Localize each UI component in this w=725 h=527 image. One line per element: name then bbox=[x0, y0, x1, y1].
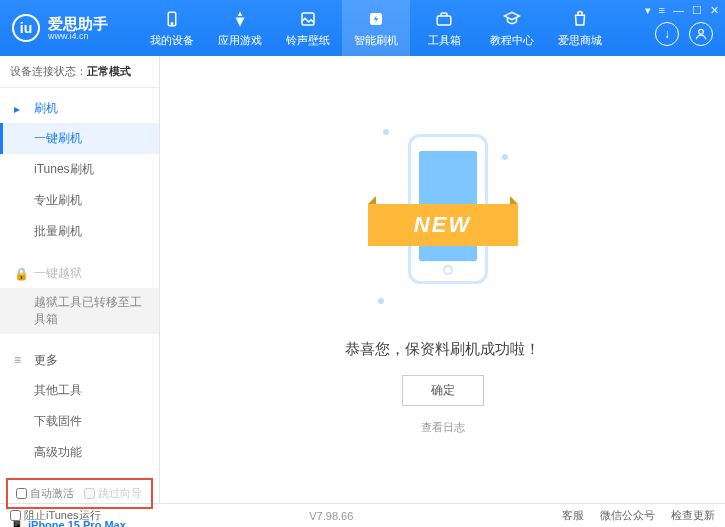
maximize-icon[interactable]: ☐ bbox=[692, 4, 702, 17]
wallpaper-icon bbox=[298, 9, 318, 29]
success-illustration: NEW bbox=[373, 124, 513, 324]
view-log-link[interactable]: 查看日志 bbox=[421, 420, 465, 435]
footer-support[interactable]: 客服 bbox=[562, 508, 584, 523]
sidebar-item-oneclick-flash[interactable]: 一键刷机 bbox=[0, 123, 159, 154]
lock-icon: 🔒 bbox=[14, 267, 28, 281]
new-ribbon: NEW bbox=[368, 204, 518, 246]
svg-rect-4 bbox=[437, 16, 451, 25]
download-button[interactable]: ↓ bbox=[655, 22, 679, 46]
sidebar-item-other-tools[interactable]: 其他工具 bbox=[0, 375, 159, 406]
menu-icon[interactable]: ▾ bbox=[645, 4, 651, 17]
svg-point-1 bbox=[171, 22, 173, 24]
minimize-icon[interactable]: — bbox=[673, 4, 684, 17]
close-icon[interactable]: ✕ bbox=[710, 4, 719, 17]
apps-icon bbox=[230, 9, 250, 29]
nav-flash[interactable]: 智能刷机 bbox=[342, 0, 410, 56]
sidebar-item-advanced[interactable]: 高级功能 bbox=[0, 437, 159, 468]
sidebar-item-pro-flash[interactable]: 专业刷机 bbox=[0, 185, 159, 216]
store-icon bbox=[570, 9, 590, 29]
footer-update[interactable]: 检查更新 bbox=[671, 508, 715, 523]
top-nav: 我的设备 应用游戏 铃声壁纸 智能刷机 工具箱 教程中心 爱思商城 bbox=[138, 0, 725, 56]
settings-icon[interactable]: ≡ bbox=[659, 4, 665, 17]
block-itunes-checkbox[interactable]: 阻止iTunes运行 bbox=[10, 508, 101, 523]
main-content: NEW 恭喜您，保资料刷机成功啦！ 确定 查看日志 bbox=[160, 56, 725, 503]
device-status: 设备连接状态：正常模式 bbox=[0, 56, 159, 88]
app-name: 爱思助手 bbox=[48, 16, 108, 31]
logo-icon: iu bbox=[12, 14, 40, 42]
section-flash-header[interactable]: ▸ 刷机 bbox=[0, 94, 159, 123]
jailbreak-note: 越狱工具已转移至工具箱 bbox=[0, 288, 159, 334]
flash-icon bbox=[366, 9, 386, 29]
footer-wechat[interactable]: 微信公众号 bbox=[600, 508, 655, 523]
version-label: V7.98.66 bbox=[309, 510, 353, 522]
skip-setup-checkbox[interactable]: 跳过向导 bbox=[84, 486, 142, 501]
phone-icon bbox=[162, 9, 182, 29]
more-icon: ≡ bbox=[14, 353, 28, 367]
app-url: www.i4.cn bbox=[48, 31, 108, 41]
tutorial-icon bbox=[502, 9, 522, 29]
nav-store[interactable]: 爱思商城 bbox=[546, 0, 614, 56]
section-jailbreak-header: 🔒 一键越狱 bbox=[0, 259, 159, 288]
toolbox-icon bbox=[434, 9, 454, 29]
flash-section-icon: ▸ bbox=[14, 102, 28, 116]
auto-activate-checkbox[interactable]: 自动激活 bbox=[16, 486, 74, 501]
sidebar: 设备连接状态：正常模式 ▸ 刷机 一键刷机 iTunes刷机 专业刷机 批量刷机… bbox=[0, 56, 160, 503]
svg-point-5 bbox=[699, 29, 704, 34]
nav-tutorials[interactable]: 教程中心 bbox=[478, 0, 546, 56]
nav-my-device[interactable]: 我的设备 bbox=[138, 0, 206, 56]
window-controls: ▾ ≡ — ☐ ✕ bbox=[645, 4, 719, 17]
options-box: 自动激活 跳过向导 bbox=[6, 478, 153, 509]
ok-button[interactable]: 确定 bbox=[402, 375, 484, 406]
section-more-header[interactable]: ≡ 更多 bbox=[0, 346, 159, 375]
sidebar-item-batch-flash[interactable]: 批量刷机 bbox=[0, 216, 159, 247]
success-message: 恭喜您，保资料刷机成功啦！ bbox=[345, 340, 540, 359]
nav-toolbox[interactable]: 工具箱 bbox=[410, 0, 478, 56]
sidebar-item-itunes-flash[interactable]: iTunes刷机 bbox=[0, 154, 159, 185]
app-logo: iu 爱思助手 www.i4.cn bbox=[0, 14, 138, 42]
nav-apps[interactable]: 应用游戏 bbox=[206, 0, 274, 56]
nav-ringtones[interactable]: 铃声壁纸 bbox=[274, 0, 342, 56]
user-button[interactable] bbox=[689, 22, 713, 46]
sidebar-item-download-firmware[interactable]: 下载固件 bbox=[0, 406, 159, 437]
